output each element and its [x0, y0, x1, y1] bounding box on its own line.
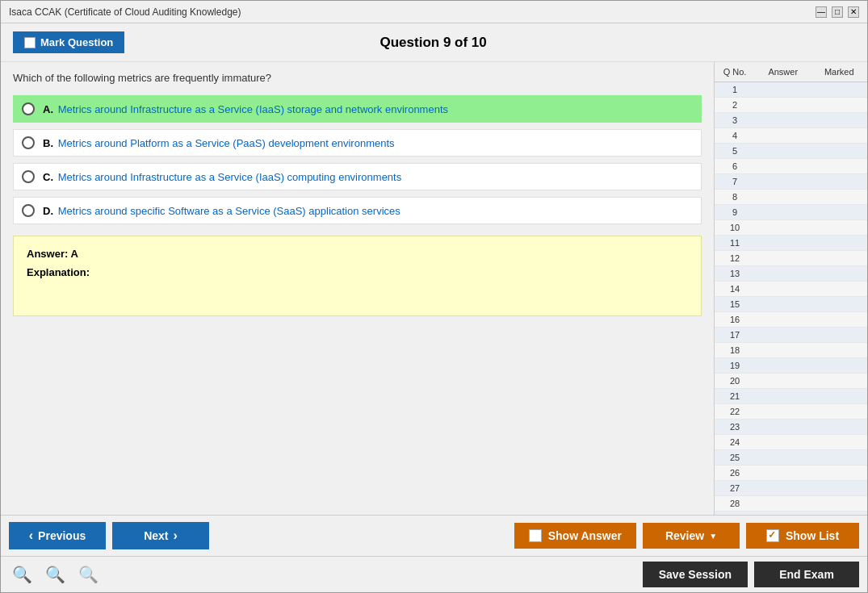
option-c[interactable]: C. Metrics around Infrastructure as a Se… — [13, 163, 702, 190]
row-num: 16 — [715, 312, 755, 327]
table-row[interactable]: 21 — [715, 389, 867, 404]
row-marked — [811, 343, 868, 357]
table-row[interactable]: 15 — [715, 297, 867, 312]
row-num: 11 — [715, 236, 755, 250]
row-answer — [755, 236, 811, 250]
table-row[interactable]: 5 — [715, 144, 867, 159]
zoom-out-button[interactable]: 🔍 — [75, 563, 102, 586]
save-session-label: Save Session — [659, 568, 732, 581]
table-row[interactable]: 27 — [715, 481, 867, 496]
row-marked — [811, 190, 868, 204]
row-answer — [755, 144, 811, 158]
row-answer — [755, 481, 811, 495]
maximize-button[interactable]: □ — [832, 6, 843, 18]
table-row[interactable]: 24 — [715, 435, 867, 450]
question-panel: Which of the following metrics are frequ… — [1, 62, 714, 515]
row-marked — [811, 481, 868, 495]
end-exam-button[interactable]: End Exam — [754, 562, 859, 587]
option-a[interactable]: A. Metrics around Infrastructure as a Se… — [13, 95, 702, 123]
row-num: 14 — [715, 282, 755, 296]
table-row[interactable]: 4 — [715, 128, 867, 144]
row-marked — [811, 82, 868, 97]
minimize-button[interactable]: — — [816, 6, 827, 18]
table-row[interactable]: 14 — [715, 282, 867, 297]
table-row[interactable]: 20 — [715, 374, 867, 389]
row-answer — [755, 282, 811, 296]
row-marked — [811, 358, 868, 373]
table-row[interactable]: 3 — [715, 113, 867, 128]
radio-a — [22, 102, 35, 115]
row-answer — [755, 420, 811, 434]
row-marked — [811, 420, 868, 434]
mark-question-button[interactable]: Mark Question — [13, 31, 124, 53]
row-marked — [811, 144, 868, 158]
table-row[interactable]: 23 — [715, 420, 867, 435]
show-list-button[interactable]: Show List — [746, 523, 859, 549]
table-row[interactable]: 26 — [715, 466, 867, 481]
table-row[interactable]: 18 — [715, 343, 867, 358]
table-row[interactable]: 17 — [715, 328, 867, 343]
table-row[interactable]: 1 — [715, 82, 867, 98]
zoom-normal-button[interactable]: 🔍 — [42, 563, 69, 586]
save-session-button[interactable]: Save Session — [643, 562, 748, 587]
row-num: 24 — [715, 435, 755, 449]
row-num: 18 — [715, 343, 755, 357]
zoom-in-button[interactable]: 🔍 — [9, 563, 36, 586]
row-answer — [755, 450, 811, 465]
option-b[interactable]: B. Metrics around Platform as a Service … — [13, 129, 702, 157]
show-answer-button[interactable]: Show Answer — [514, 523, 636, 549]
table-row[interactable]: 28 — [715, 496, 867, 512]
row-answer — [755, 435, 811, 449]
row-answer — [755, 251, 811, 265]
row-num: 28 — [715, 496, 755, 511]
sidebar-col-marked: Marked — [811, 65, 868, 78]
row-marked — [811, 205, 868, 219]
row-marked — [811, 266, 868, 281]
table-row[interactable]: 2 — [715, 98, 867, 113]
table-row[interactable]: 6 — [715, 159, 867, 174]
option-d[interactable]: D. Metrics around specific Software as a… — [13, 197, 702, 224]
row-marked — [811, 98, 868, 112]
table-row[interactable]: 16 — [715, 312, 867, 328]
explanation-label: Explanation: — [27, 266, 688, 278]
table-row[interactable]: 9 — [715, 205, 867, 220]
previous-button[interactable]: ‹ Previous — [9, 522, 106, 549]
table-row[interactable]: 7 — [715, 174, 867, 190]
table-row[interactable]: 25 — [715, 450, 867, 466]
table-row[interactable]: 19 — [715, 358, 867, 374]
show-list-checkbox-icon — [766, 529, 779, 542]
row-num: 22 — [715, 404, 755, 419]
row-marked — [811, 159, 868, 173]
zoom-out-icon: 🔍 — [78, 566, 99, 583]
action-bar: 🔍 🔍 🔍 Save Session End Exam — [1, 556, 867, 592]
row-num: 27 — [715, 481, 755, 495]
row-marked — [811, 251, 868, 265]
close-button[interactable]: ✕ — [848, 6, 859, 18]
main-area: Which of the following metrics are frequ… — [1, 62, 867, 515]
next-button[interactable]: Next › — [112, 522, 209, 549]
sidebar-col-qno: Q No. — [715, 65, 755, 78]
row-answer — [755, 328, 811, 342]
table-row[interactable]: 11 — [715, 236, 867, 251]
sidebar-col-answer: Answer — [755, 65, 811, 78]
show-list-label: Show List — [786, 529, 839, 542]
row-answer — [755, 404, 811, 419]
answer-label: Answer: A — [27, 248, 688, 260]
row-marked — [811, 404, 868, 419]
next-label: Next — [144, 529, 168, 542]
table-row[interactable]: 22 — [715, 404, 867, 420]
table-row[interactable]: 10 — [715, 220, 867, 236]
review-button[interactable]: Review ▼ — [643, 523, 740, 549]
mark-checkbox-icon — [24, 37, 36, 48]
table-row[interactable]: 13 — [715, 266, 867, 282]
row-num: 20 — [715, 374, 755, 388]
window-title: Isaca CCAK (Certificate of Cloud Auditin… — [9, 6, 241, 18]
zoom-in-icon: 🔍 — [12, 566, 32, 583]
row-marked — [811, 374, 868, 388]
table-row[interactable]: 8 — [715, 190, 867, 205]
sidebar: Q No. Answer Marked 1 2 3 4 5 — [714, 62, 867, 515]
row-marked — [811, 328, 868, 342]
row-num: 25 — [715, 450, 755, 465]
table-row[interactable]: 12 — [715, 251, 867, 266]
row-answer — [755, 297, 811, 311]
